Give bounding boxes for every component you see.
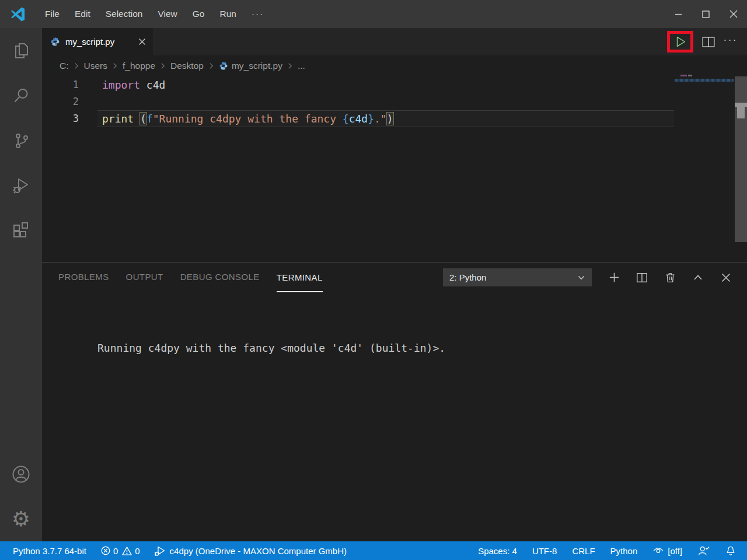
code-editor[interactable]: 1 import c4d 2 3 print (f"Running c4dpy … <box>42 76 747 262</box>
tab-title: my_script.py <box>65 37 114 47</box>
breadcrumb: C: Users f_hoppe Desktop my_script.py ..… <box>42 55 747 76</box>
language-mode-status[interactable]: Python <box>610 546 638 556</box>
code-line-3: 3 print (f"Running c4dpy with the fancy … <box>42 110 747 127</box>
account-icon[interactable] <box>0 452 42 496</box>
editor-scrollbar[interactable] <box>735 76 747 242</box>
run-button-highlight <box>667 31 693 52</box>
breadcrumb-desktop[interactable]: Desktop <box>170 61 204 71</box>
terminal-output-line: Running c4dpy with the fancy <module 'c4… <box>97 342 445 354</box>
python-file-icon <box>219 61 228 71</box>
tab-problems[interactable]: PROBLEMS <box>58 262 109 292</box>
tab-output[interactable]: OUTPUT <box>126 262 163 292</box>
tab-terminal[interactable]: TERMINAL <box>277 262 323 292</box>
python-interpreter-status[interactable]: Python 3.7.7 64-bit <box>13 546 86 556</box>
encoding-status[interactable]: UTF-8 <box>532 546 557 556</box>
extensions-icon[interactable] <box>0 208 42 253</box>
explorer-icon[interactable] <box>0 28 42 73</box>
bracket-match: ) <box>386 112 394 125</box>
warning-icon <box>121 545 132 556</box>
activity-bar: ⚙ <box>0 28 42 541</box>
vscode-logo-icon <box>10 6 26 22</box>
chevron-right-icon <box>207 62 215 70</box>
error-icon <box>100 545 111 556</box>
menu-selection[interactable]: Selection <box>98 0 151 28</box>
eol-status[interactable]: CRLF <box>572 546 595 556</box>
launch-config-label: c4dpy (OneDrive - MAXON Computer GmbH) <box>170 546 347 556</box>
chevron-right-icon <box>111 62 119 70</box>
warning-count: 0 <box>135 546 139 556</box>
debug-run-icon <box>154 545 166 557</box>
scrollbar-thumb[interactable] <box>735 103 747 107</box>
editor-tab-bar: my_script.py ··· <box>42 28 747 55</box>
chevron-right-icon <box>286 62 294 70</box>
line-number: 2 <box>42 93 79 110</box>
vscode-window: File Edit Selection View Go Run ··· <box>0 0 747 560</box>
terminal-select[interactable]: 2: Python <box>443 268 592 286</box>
new-terminal-icon[interactable] <box>600 267 628 288</box>
screencast-status[interactable]: [off] <box>652 545 682 556</box>
eye-icon <box>652 545 664 556</box>
notifications-bell-icon[interactable] <box>725 545 736 556</box>
close-window-icon[interactable] <box>720 0 747 28</box>
split-terminal-icon[interactable] <box>628 267 656 288</box>
bottom-panel: PROBLEMS OUTPUT DEBUG CONSOLE TERMINAL 2… <box>42 262 747 541</box>
kill-terminal-trash-icon[interactable] <box>656 267 684 288</box>
source-control-icon[interactable] <box>0 118 42 163</box>
tab-my-script[interactable]: my_script.py <box>42 28 153 55</box>
panel-header: PROBLEMS OUTPUT DEBUG CONSOLE TERMINAL 2… <box>42 262 747 292</box>
run-python-file-icon[interactable] <box>673 35 687 48</box>
tab-close-icon[interactable] <box>138 38 146 46</box>
breadcrumb-symbol[interactable]: ... <box>298 61 305 71</box>
code-line-1: 1 import c4d <box>42 76 747 93</box>
search-icon[interactable] <box>0 73 42 118</box>
menu-file[interactable]: File <box>37 0 67 28</box>
terminal-content[interactable]: Running c4dpy with the fancy <module 'c4… <box>42 292 747 366</box>
title-bar: File Edit Selection View Go Run ··· <box>0 0 747 28</box>
run-debug-icon[interactable] <box>0 163 42 208</box>
breadcrumb-drive[interactable]: C: <box>60 61 69 71</box>
launch-config-status[interactable]: c4dpy (OneDrive - MAXON Computer GmbH) <box>154 545 347 557</box>
tab-debug-console[interactable]: DEBUG CONSOLE <box>180 262 260 292</box>
breadcrumb-users[interactable]: Users <box>84 61 107 71</box>
problems-status[interactable]: 0 0 <box>100 545 140 556</box>
panel-actions: 2: Python <box>443 267 747 288</box>
screencast-label: [off] <box>668 546 682 556</box>
minimap[interactable] <box>674 75 735 110</box>
editor-actions: ··· <box>667 28 747 55</box>
status-bar-right: Spaces: 4 UTF-8 CRLF Python [off] <box>478 545 736 557</box>
terminal-select-value: 2: Python <box>449 272 486 282</box>
menu-go[interactable]: Go <box>185 0 212 28</box>
error-count: 0 <box>113 546 118 556</box>
maximize-panel-chevron-up-icon[interactable] <box>684 267 712 288</box>
menu-view[interactable]: View <box>150 0 184 28</box>
code-line-2: 2 <box>42 93 747 110</box>
close-panel-icon[interactable] <box>712 267 740 288</box>
indentation-status[interactable]: Spaces: 4 <box>478 546 517 556</box>
breadcrumb-user[interactable]: f_hoppe <box>123 61 155 71</box>
split-editor-icon[interactable] <box>701 34 716 50</box>
feedback-icon[interactable] <box>697 545 710 557</box>
line-number-active: 3 <box>42 110 79 127</box>
chevron-right-icon <box>72 62 81 70</box>
python-file-icon <box>50 37 60 47</box>
breadcrumb-file[interactable]: my_script.py <box>232 61 282 71</box>
editor-more-actions-icon[interactable]: ··· <box>724 34 738 50</box>
menu-edit[interactable]: Edit <box>67 0 98 28</box>
chevron-down-icon <box>577 273 586 282</box>
menu-run[interactable]: Run <box>212 0 243 28</box>
minimap-line1-mark <box>680 75 687 76</box>
minimap-line1-mark2 <box>688 75 692 76</box>
settings-gear-icon[interactable]: ⚙ <box>0 496 42 541</box>
minimap-current-line-mark <box>675 79 734 82</box>
status-bar: Python 3.7.7 64-bit 0 0 c4dpy (OneDrive … <box>0 541 747 560</box>
scrollbar-thumb[interactable] <box>737 107 745 118</box>
maximize-icon[interactable] <box>692 0 720 28</box>
menu-more-icon[interactable]: ··· <box>244 0 272 28</box>
line-number: 1 <box>42 76 79 93</box>
minimize-icon[interactable] <box>665 0 692 28</box>
chevron-right-icon <box>159 62 167 70</box>
